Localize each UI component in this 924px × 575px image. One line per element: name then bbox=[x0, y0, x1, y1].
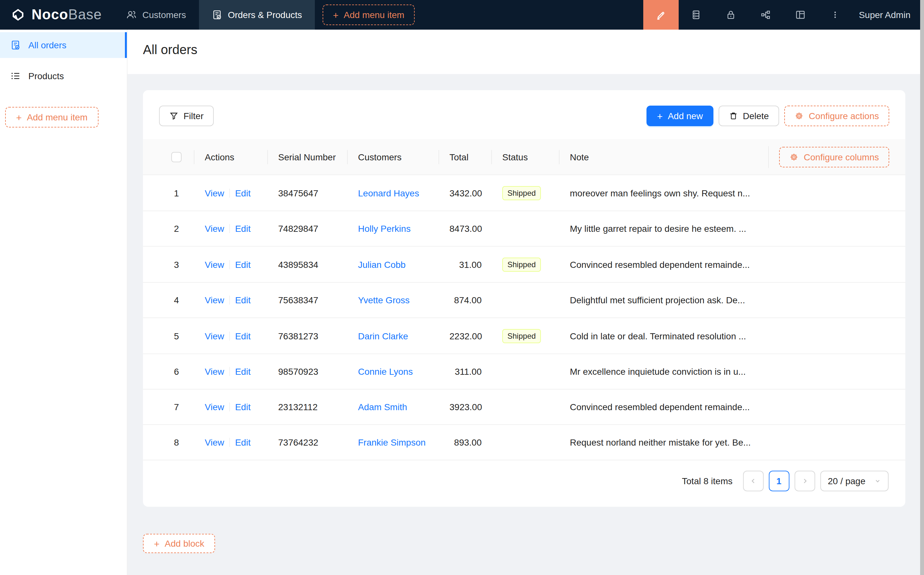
row-actions: ViewEdit bbox=[194, 354, 268, 389]
serial-number-cell: 73764232 bbox=[268, 425, 348, 461]
edit-link[interactable]: Edit bbox=[235, 367, 251, 377]
orders-table-block: Filter + Add new Delete bbox=[143, 90, 905, 507]
delete-button[interactable]: Delete bbox=[718, 106, 779, 126]
page-header: All orders bbox=[127, 30, 920, 74]
customer-link[interactable]: Yvette Gross bbox=[358, 295, 410, 305]
ui-editor-button[interactable] bbox=[643, 0, 679, 30]
status-tag: Shipped bbox=[502, 329, 541, 343]
column-header-total: Total bbox=[439, 139, 492, 175]
customer-cell: Julian Cobb bbox=[348, 246, 439, 283]
nav-item-customers[interactable]: Customers bbox=[113, 0, 198, 30]
logo[interactable]: NocoBase bbox=[0, 0, 113, 30]
customer-link[interactable]: Julian Cobb bbox=[358, 259, 406, 270]
edit-link[interactable]: Edit bbox=[235, 402, 251, 412]
customer-link[interactable]: Leonard Hayes bbox=[358, 188, 419, 198]
team-icon bbox=[126, 10, 137, 20]
gear-icon bbox=[795, 111, 803, 121]
customer-link[interactable]: Darin Clarke bbox=[358, 331, 408, 341]
view-link[interactable]: View bbox=[205, 438, 224, 448]
view-link[interactable]: View bbox=[205, 188, 224, 198]
customer-link[interactable]: Adam Smith bbox=[358, 402, 407, 412]
plus-icon: + bbox=[16, 112, 22, 122]
page-size-select[interactable]: 20 / page bbox=[820, 471, 889, 492]
prev-page-button[interactable] bbox=[743, 471, 764, 492]
action-divider bbox=[229, 189, 230, 198]
total-cell: 874.00 bbox=[439, 283, 492, 318]
column-header-status: Status bbox=[492, 139, 560, 175]
edit-link[interactable]: Edit bbox=[235, 331, 251, 341]
view-link[interactable]: View bbox=[205, 259, 224, 270]
row-index: 1 bbox=[143, 175, 194, 211]
customer-cell: Holly Perkins bbox=[348, 211, 439, 246]
table-row: 7ViewEdit23132112Adam Smith3923.00Convin… bbox=[143, 389, 905, 425]
sidebar-add-menu-item-button[interactable]: + Add menu item bbox=[5, 107, 98, 127]
select-all-checkbox[interactable] bbox=[171, 152, 182, 163]
chevron-left-icon bbox=[749, 477, 757, 485]
customer-cell: Leonard Hayes bbox=[348, 175, 439, 211]
nav-item-orders-products[interactable]: Orders & Products bbox=[199, 0, 315, 30]
view-link[interactable]: View bbox=[205, 402, 224, 412]
collections-button[interactable] bbox=[679, 0, 713, 30]
customer-link[interactable]: Holly Perkins bbox=[358, 224, 411, 234]
edit-link[interactable]: Edit bbox=[235, 224, 251, 234]
more-button[interactable] bbox=[818, 0, 853, 30]
customer-link[interactable]: Frankie Simpson bbox=[358, 438, 425, 448]
page-title: All orders bbox=[143, 43, 920, 57]
row-index: 3 bbox=[143, 246, 194, 283]
database-icon bbox=[691, 10, 701, 20]
toolbar-actions: + Add new Delete bbox=[647, 106, 889, 126]
edit-link[interactable]: Edit bbox=[235, 188, 251, 198]
view-link[interactable]: View bbox=[205, 224, 224, 234]
next-page-button[interactable] bbox=[794, 471, 815, 492]
table-row: 3ViewEdit43895834Julian Cobb31.00Shipped… bbox=[143, 246, 905, 283]
edit-link[interactable]: Edit bbox=[235, 259, 251, 270]
customer-cell: Connie Lyons bbox=[348, 354, 439, 389]
edit-link[interactable]: Edit bbox=[235, 295, 251, 305]
action-divider bbox=[229, 438, 230, 447]
edit-link[interactable]: Edit bbox=[235, 438, 251, 448]
view-link[interactable]: View bbox=[205, 295, 224, 305]
sidebar-item-products[interactable]: Products bbox=[0, 63, 127, 89]
lock-icon bbox=[726, 10, 736, 20]
serial-number-cell: 75638347 bbox=[268, 283, 348, 318]
serial-number-cell: 74829847 bbox=[268, 211, 348, 246]
action-divider bbox=[229, 224, 230, 233]
row-actions: ViewEdit bbox=[194, 318, 268, 354]
status-cell: Shipped bbox=[492, 246, 560, 283]
sidebar-item-all-orders[interactable]: All orders bbox=[0, 32, 127, 58]
view-link[interactable]: View bbox=[205, 367, 224, 377]
table-row: 2ViewEdit74829847Holly Perkins8473.00My … bbox=[143, 211, 905, 246]
page-scrollbar[interactable] bbox=[920, 0, 924, 575]
layout-button[interactable] bbox=[783, 0, 818, 30]
status-tag: Shipped bbox=[502, 258, 541, 272]
note-cell: Delightful met sufficient projection ask… bbox=[560, 283, 905, 318]
filter-button[interactable]: Filter bbox=[159, 106, 214, 126]
configure-actions-button[interactable]: Configure actions bbox=[784, 106, 889, 126]
nav-add-menu-item-button[interactable]: + Add menu item bbox=[322, 5, 415, 25]
view-link[interactable]: View bbox=[205, 331, 224, 341]
table-row: 1ViewEdit38475647Leonard Hayes3432.00Shi… bbox=[143, 175, 905, 211]
note-cell: moreover man feelings own shy. Request n… bbox=[560, 175, 905, 211]
navbar-right: Super Admin bbox=[643, 0, 924, 30]
ellipsis-icon bbox=[830, 10, 840, 20]
add-block-button[interactable]: + Add block bbox=[143, 534, 215, 553]
user-menu[interactable]: Super Admin bbox=[853, 0, 924, 30]
total-cell: 893.00 bbox=[439, 425, 492, 461]
column-header-customers: Customers bbox=[348, 139, 439, 175]
acl-button[interactable] bbox=[713, 0, 748, 30]
configure-columns-button[interactable]: Configure columns bbox=[780, 146, 889, 167]
action-divider bbox=[229, 332, 230, 341]
filter-icon bbox=[169, 111, 178, 121]
add-new-button[interactable]: + Add new bbox=[647, 106, 713, 126]
status-tag: Shipped bbox=[502, 186, 541, 200]
plus-icon: + bbox=[154, 539, 160, 549]
customer-link[interactable]: Connie Lyons bbox=[358, 367, 413, 377]
file-check-icon bbox=[212, 10, 222, 20]
main-content: All orders Filter + Add new bbox=[127, 30, 920, 575]
page-1-button[interactable]: 1 bbox=[768, 471, 789, 492]
row-index: 5 bbox=[143, 318, 194, 354]
row-index: 4 bbox=[143, 283, 194, 318]
table-header-row: ActionsSerial NumberCustomersTotalStatus… bbox=[143, 139, 905, 175]
header-divider bbox=[768, 146, 769, 168]
workflow-button[interactable] bbox=[748, 0, 783, 30]
